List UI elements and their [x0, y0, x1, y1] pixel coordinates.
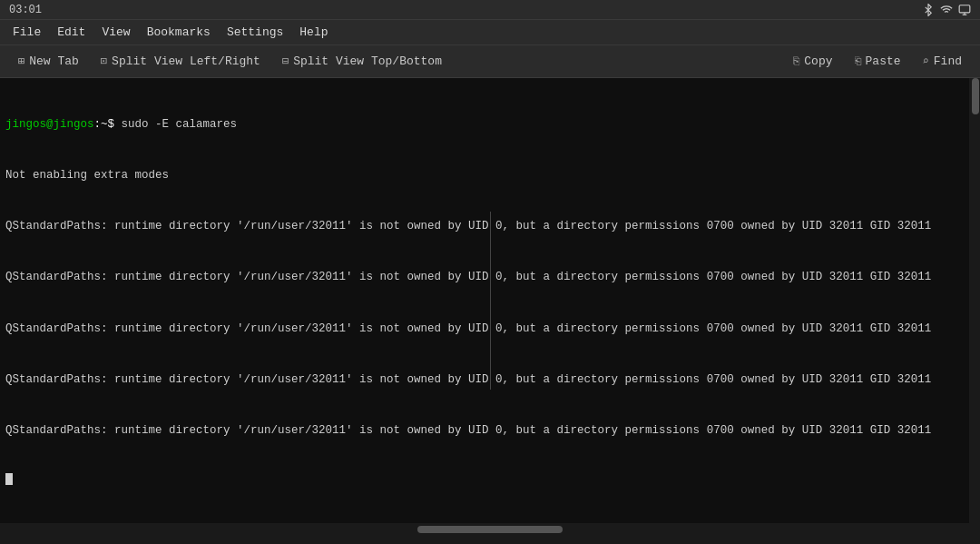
menu-settings[interactable]: Settings [220, 24, 290, 41]
menu-file[interactable]: File [5, 24, 48, 41]
paste-label: Paste [866, 54, 901, 68]
terminal-cursor [5, 473, 13, 485]
terminal-prompt-line: jingos@jingos:~$ sudo -E calamares [5, 116, 975, 134]
split-lr-button[interactable]: ⊡ Split View Left/Right [92, 51, 270, 72]
split-tb-label: Split View Top/Bottom [293, 54, 442, 68]
menu-edit[interactable]: Edit [50, 24, 93, 41]
terminal-line-1: Not enabling extra modes [5, 167, 975, 184]
find-button[interactable]: ⌕ Find [914, 51, 971, 72]
toolbar-right: ⎘ Copy ⎗ Paste ⌕ Find [784, 51, 971, 72]
paste-icon: ⎗ [855, 55, 861, 68]
terminal-line-6: QStandardPaths: runtime directory '/run/… [5, 422, 975, 440]
split-tb-icon: ⊟ [282, 54, 289, 68]
terminal-divider [490, 212, 491, 390]
find-icon: ⌕ [923, 54, 929, 68]
new-tab-label: New Tab [29, 54, 79, 68]
wifi-icon [940, 4, 953, 16]
menu-bar: File Edit View Bookmarks Settings Help [0, 20, 980, 45]
copy-icon: ⎘ [793, 55, 799, 68]
menu-view[interactable]: View [94, 24, 137, 41]
split-lr-icon: ⊡ [101, 54, 107, 68]
terminal-prompt-sep: :~$ [94, 116, 115, 134]
h-scrollbar-thumb[interactable] [417, 526, 563, 533]
status-icons [922, 4, 971, 16]
toolbar: ⊞ New Tab ⊡ Split View Left/Right ⊟ Spli… [0, 45, 980, 78]
display-icon [958, 4, 971, 16]
menu-help[interactable]: Help [292, 24, 335, 41]
status-bar: 03:01 [0, 0, 980, 20]
terminal-cursor-line [5, 473, 975, 485]
vertical-scrollbar[interactable] [969, 78, 980, 531]
terminal-prompt-user: jingos@jingos [5, 116, 94, 134]
new-tab-button[interactable]: ⊞ New Tab [9, 51, 88, 72]
scrollbar-thumb[interactable] [972, 78, 979, 114]
paste-button[interactable]: ⎗ Paste [846, 51, 910, 72]
split-tb-button[interactable]: ⊟ Split View Top/Bottom [273, 51, 451, 72]
bluetooth-icon [922, 4, 935, 16]
new-tab-icon: ⊞ [18, 54, 24, 68]
horizontal-scrollbar[interactable] [0, 523, 980, 536]
svg-rect-1 [959, 5, 970, 12]
copy-label: Copy [804, 54, 832, 68]
find-label: Find [934, 54, 962, 68]
split-lr-label: Split View Left/Right [112, 54, 260, 68]
terminal-command: sudo -E calamares [114, 116, 237, 134]
copy-button[interactable]: ⎘ Copy [784, 51, 841, 72]
status-time: 03:01 [9, 4, 42, 16]
menu-bookmarks[interactable]: Bookmarks [140, 24, 218, 41]
